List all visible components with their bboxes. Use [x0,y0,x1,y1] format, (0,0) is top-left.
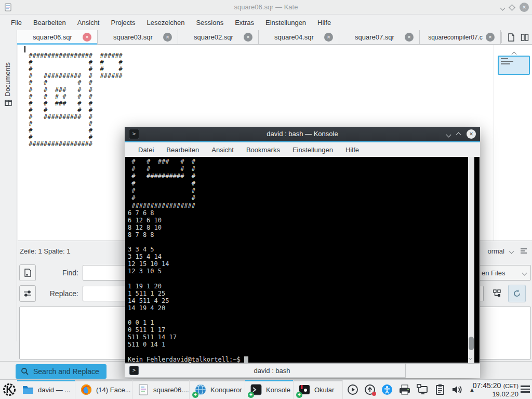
konsole-menu-datei[interactable]: Datei [132,146,160,154]
chevron-down-icon [522,270,527,275]
konsole-minimize-icon[interactable] [447,129,450,139]
find-label: Find: [36,269,83,277]
konsole-window: > david : bash — Konsole × Datei Bearbei… [125,127,480,378]
tab-squarecompiler07[interactable]: squarecompiler07.c × [420,30,501,44]
kate-window-title: square06.sqr — Kate [0,3,532,11]
task-dolphin[interactable]: david — ... [17,380,75,399]
separator [494,45,494,241]
kate-minimize-icon[interactable] [501,3,504,12]
clipboard-icon[interactable] [435,384,445,395]
dolphin-folder-icon [22,383,34,396]
panel-settings-icon[interactable] [521,385,530,394]
split-view-icon[interactable] [521,33,529,42]
display-icon[interactable] [417,384,429,395]
kate-menu-file[interactable]: File [5,19,28,26]
konsole-menubar: Datei Bearbeiten Ansicht Bookmarks Einst… [125,142,480,157]
taskbar: david — ... (14) Face... square06.... + … [0,379,532,399]
replace-label: Replace: [36,289,83,298]
scrollbar-thumb[interactable] [469,337,474,350]
scroll-down-icon[interactable] [469,356,472,360]
new-document-icon[interactable] [507,33,515,42]
konsole-maximize-icon[interactable] [457,129,460,139]
accessibility-icon[interactable] [381,384,393,395]
lines-icon[interactable] [520,248,528,255]
konsole-icon: + [250,383,262,396]
kate-menu-lesezeichen[interactable]: Lesezeichen [141,19,190,26]
konsole-menu-bookmarks[interactable]: Bookmarks [240,146,286,154]
search-and-replace-toggle-button[interactable]: Search and Replace [16,364,107,379]
kate-close-icon[interactable]: × [520,3,529,12]
mode-selector[interactable]: ormal [487,247,513,255]
kate-document-icon [137,383,150,396]
kate-menu-projects[interactable]: Projects [105,19,141,26]
media-player-icon[interactable] [347,384,358,395]
konsole-menu-einstellungen[interactable]: Einstellungen [286,146,339,154]
kate-menu-extras[interactable]: Extras [229,19,260,26]
notification-dot [372,392,376,396]
terminal-output: # # ### # # # # # # # ########## # # # #… [128,158,195,348]
search-icon [21,367,29,376]
new-window-badge: + [192,392,198,398]
konsole-window-title: david : bash — Konsole [125,130,480,138]
firefox-icon [80,383,92,396]
tab-square04[interactable]: square04.sqr × [259,30,339,44]
kate-titlebar[interactable]: square06.sqr — Kate × [0,0,532,15]
kate-menu-einstellungen[interactable]: Einstellungen [260,19,312,26]
terminal-scrollbar[interactable] [468,157,474,363]
task-firefox[interactable]: (14) Face... [75,380,132,399]
separator [501,32,502,43]
new-window-badge: + [296,392,302,398]
filesystem-browser-icon[interactable] [4,99,12,107]
task-konsole[interactable]: + Konsole [245,380,294,399]
konsole-menu-bearbeiten[interactable]: Bearbeiten [160,146,205,154]
konsole-titlebar[interactable]: > david : bash — Konsole × [125,127,480,141]
kate-menu-hilfe[interactable]: Hilfe [312,19,337,26]
sidebar-tab-documents[interactable]: Documents [4,62,11,97]
konsole-close-icon[interactable]: × [467,129,476,139]
scrollbar-minimap[interactable] [498,56,530,75]
kde-launcher-icon[interactable] [3,383,16,396]
new-window-badge: + [248,392,254,398]
task-kate-square06[interactable]: square06.... [132,380,190,399]
refresh-search-button[interactable] [508,285,526,302]
tab-close-icon[interactable]: × [405,33,414,42]
konsole-menu-hilfe[interactable]: Hilfe [339,146,365,154]
terminal-icon: > [129,366,139,375]
updates-icon[interactable] [364,384,376,395]
terminal-prompt: Kein Fehlerdavid@talkortell:~$ [128,356,241,363]
tab-close-icon[interactable]: × [486,33,495,42]
printer-icon[interactable] [398,384,411,395]
tab-close-icon[interactable]: × [83,33,91,42]
tab-close-icon[interactable]: × [324,33,333,42]
editor-text: ################# ###### # # # # # # # #… [25,46,123,148]
kate-menu-bearbeiten[interactable]: Bearbeiten [28,19,72,26]
expand-results-tree-icon[interactable] [493,289,502,298]
kate-maximize-icon[interactable] [509,4,515,11]
konsole-menu-ansicht[interactable]: Ansicht [205,146,240,154]
digital-clock[interactable]: 07:45:20 (CET) 19.02.20 [473,381,518,398]
konsole-tabbar: > david : bash [125,363,480,378]
kate-menubar: File Bearbeiten Ansicht Projects Lesezei… [0,15,532,30]
volume-icon[interactable] [451,384,463,395]
tab-square07[interactable]: square07.sqr × [339,30,420,44]
kate-tabbar: square06.sqr × square03.sqr × square02.s… [17,30,532,45]
tab-square03[interactable]: square03.sqr × [98,30,178,44]
konsole-session-tab[interactable]: > david : bash [125,364,406,378]
kate-menu-sessions[interactable]: Sessions [190,19,229,26]
tab-close-icon[interactable]: × [163,33,172,42]
new-search-tab-button[interactable] [19,264,36,281]
search-options-icon[interactable] [19,285,36,302]
task-okular[interactable]: + Okular [294,380,343,399]
kate-menu-ansicht[interactable]: Ansicht [72,19,105,26]
tab-square06[interactable]: square06.sqr × [17,30,98,44]
chevron-down-icon [509,249,514,254]
kate-left-sidebar: Documents [0,30,17,341]
tab-close-icon[interactable]: × [244,33,252,42]
search-scope-select[interactable]: en Files [477,265,531,281]
tab-square02[interactable]: square02.sqr × [178,30,259,44]
terminal-area[interactable]: # # ### # # # # # # # ########## # # # #… [125,157,480,363]
task-konqueror[interactable]: + Konqueror [190,380,245,399]
system-tray: ▲ [347,380,475,399]
okular-icon: + [298,383,311,396]
cursor-position-label: Zeile: 1 Spalte: 1 [20,247,71,255]
